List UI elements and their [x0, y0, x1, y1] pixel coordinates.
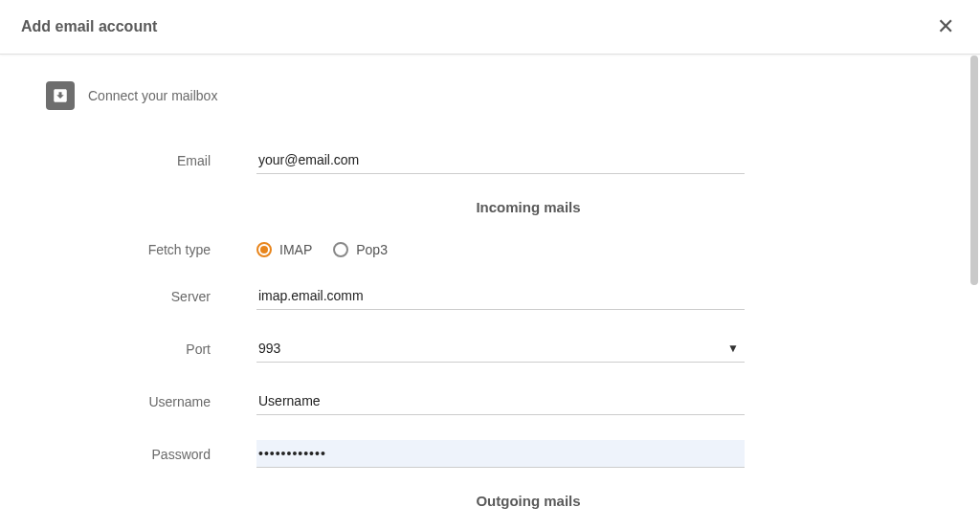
- row-email: Email: [46, 146, 934, 174]
- radio-label-imap: IMAP: [279, 242, 312, 257]
- label-username: Username: [46, 394, 256, 409]
- email-input[interactable]: [256, 146, 745, 174]
- dialog-content: Connect your mailbox Email Incoming mail…: [0, 55, 980, 528]
- close-button[interactable]: ✕: [932, 13, 959, 40]
- radio-icon: [256, 242, 272, 257]
- inbox-download-icon: [46, 81, 75, 110]
- dialog-title: Add email account: [21, 18, 157, 35]
- chevron-down-icon: ▼: [722, 342, 745, 355]
- label-email: Email: [46, 153, 256, 168]
- row-username: Username: [46, 387, 934, 415]
- scrollbar-thumb[interactable]: [970, 55, 978, 285]
- row-password: Password: [46, 440, 934, 468]
- label-port: Port: [46, 342, 256, 357]
- port-select[interactable]: ▼: [256, 335, 745, 363]
- username-input[interactable]: [256, 387, 745, 415]
- subheading-outgoing: Outgoing mails: [46, 493, 934, 509]
- label-fetch-type: Fetch type: [46, 242, 256, 257]
- port-input[interactable]: [256, 335, 722, 362]
- row-fetch-type: Fetch type IMAP Pop3: [46, 242, 934, 257]
- section-header: Connect your mailbox: [46, 81, 934, 110]
- fetch-type-radio-group: IMAP Pop3: [256, 242, 745, 257]
- close-icon: ✕: [937, 14, 954, 39]
- label-password: Password: [46, 447, 256, 462]
- radio-pop3[interactable]: Pop3: [333, 242, 388, 257]
- radio-imap[interactable]: IMAP: [256, 242, 312, 257]
- password-input[interactable]: [256, 440, 745, 468]
- radio-label-pop3: Pop3: [356, 242, 388, 257]
- section-subtitle: Connect your mailbox: [88, 88, 217, 103]
- dialog-header: Add email account ✕: [0, 0, 980, 55]
- radio-icon: [333, 242, 348, 257]
- row-server: Server: [46, 282, 934, 310]
- label-server: Server: [46, 289, 256, 304]
- server-input[interactable]: [256, 282, 745, 310]
- row-port: Port ▼: [46, 335, 934, 363]
- subheading-incoming: Incoming mails: [46, 199, 934, 215]
